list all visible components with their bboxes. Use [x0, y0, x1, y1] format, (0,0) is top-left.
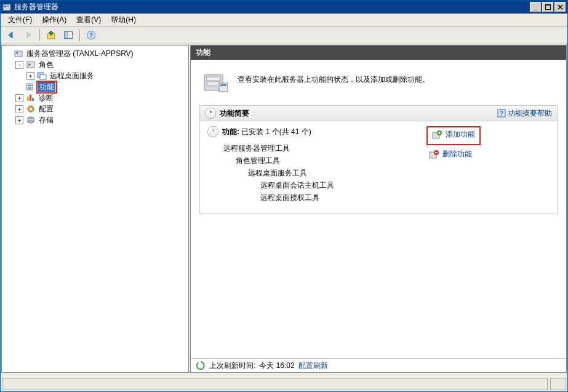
- svg-rect-13: [15, 51, 22, 57]
- svg-rect-19: [26, 84, 33, 90]
- separator: [79, 29, 80, 41]
- highlight-add-feature: 添加功能: [426, 126, 481, 145]
- svg-rect-23: [30, 95, 31, 101]
- tree-roles-label: 角色: [38, 59, 55, 71]
- highlight-features: 功能: [36, 81, 57, 94]
- minimize-button[interactable]: _: [530, 2, 542, 12]
- panel-collapse-button[interactable]: ˄: [205, 108, 216, 119]
- tree-diagnostics-label: 诊断: [38, 92, 55, 104]
- installed-features-list: 远程服务器管理工具 角色管理工具 远程桌面服务工具 远程桌面会话主机工具 远程桌…: [207, 142, 414, 204]
- server-manager-icon: [14, 49, 23, 58]
- features-hero-icon: [202, 70, 229, 94]
- svg-rect-24: [32, 98, 34, 101]
- tree-root[interactable]: 服务器管理器 (TANXL-APPSRV): [2, 48, 188, 59]
- expand-toggle[interactable]: +: [26, 72, 34, 80]
- svg-rect-14: [16, 52, 18, 54]
- collapse-toggle[interactable]: -: [15, 61, 23, 69]
- remove-feature-icon: [429, 150, 439, 159]
- statusbar: [1, 376, 567, 391]
- tree-features-label: 功能: [38, 82, 55, 92]
- tree-configuration[interactable]: + 配置: [13, 103, 188, 114]
- feature-item: 远程服务器管理工具: [223, 142, 414, 154]
- forward-button[interactable]: [20, 27, 36, 43]
- toolbar: ?: [1, 26, 567, 44]
- show-hide-tree-button[interactable]: [60, 27, 76, 43]
- tree-storage[interactable]: + 存储: [13, 114, 188, 126]
- tree-rds[interactable]: + 远程桌面服务: [24, 70, 188, 81]
- features-label: 功能:: [222, 127, 239, 136]
- svg-rect-0: [3, 4, 10, 10]
- statusbar-cell: [550, 378, 566, 390]
- statusbar-cell: [2, 378, 548, 390]
- back-button[interactable]: [3, 27, 19, 43]
- svg-rect-20: [28, 85, 31, 86]
- feature-item: 远程桌面授权工具: [223, 191, 414, 204]
- expand-toggle[interactable]: +: [15, 94, 23, 102]
- svg-point-29: [28, 121, 34, 123]
- svg-point-26: [30, 108, 32, 110]
- add-feature-link[interactable]: 添加功能: [446, 129, 475, 140]
- svg-rect-10: [65, 32, 67, 38]
- help-button[interactable]: ?: [83, 27, 99, 43]
- menu-view[interactable]: 查看(V): [71, 14, 106, 26]
- menubar: 文件(F) 操作(A) 查看(V) 帮助(H): [1, 14, 567, 26]
- panel-help-link[interactable]: 功能摘要帮助: [508, 109, 552, 118]
- svg-rect-34: [220, 84, 226, 86]
- storage-icon: [26, 115, 36, 125]
- svg-rect-18: [40, 74, 46, 79]
- svg-rect-31: [207, 77, 220, 81]
- configuration-icon: [26, 104, 36, 114]
- feature-item: 角色管理工具: [223, 154, 414, 167]
- main-header: 功能: [191, 46, 566, 60]
- section-collapse-button[interactable]: ˄: [207, 126, 218, 137]
- tree-configuration-label: 配置: [38, 103, 55, 115]
- panel-title: 功能简要: [220, 108, 249, 119]
- separator: [39, 29, 40, 41]
- svg-text:?: ?: [500, 110, 503, 117]
- feature-item: 远程桌面会话主机工具: [223, 179, 414, 191]
- features-count: 已安装 1 个(共 41 个): [241, 127, 311, 136]
- close-button[interactable]: [554, 2, 566, 12]
- svg-rect-1: [4, 6, 6, 7]
- tree-root-label: 服务器管理器 (TANXL-APPSRV): [25, 48, 135, 60]
- tree-roles[interactable]: - 角色: [13, 59, 188, 70]
- titlebar: 服务器管理器 _: [1, 1, 567, 14]
- main-pane: 功能 查看安装在此服务器上功能的状态，以及添加或删除功能。 ˄ 功能简要 ? 功…: [190, 45, 567, 373]
- app-icon: [2, 2, 12, 12]
- maximize-button[interactable]: [542, 2, 554, 12]
- svg-rect-22: [27, 97, 29, 101]
- expand-toggle[interactable]: +: [15, 105, 23, 113]
- menu-file[interactable]: 文件(F): [3, 14, 37, 26]
- svg-rect-2: [7, 6, 9, 7]
- svg-text:?: ?: [89, 32, 93, 39]
- features-summary-panel: ˄ 功能简要 ? 功能摘要帮助 ˄ 功能: 已安装 1 个(共 41 个): [199, 105, 558, 214]
- refresh-prefix: 上次刷新时间:: [209, 361, 255, 371]
- configure-refresh-link[interactable]: 配置刷新: [298, 361, 328, 371]
- menu-help[interactable]: 帮助(H): [106, 14, 141, 26]
- tree-diagnostics[interactable]: + 诊断: [13, 92, 188, 103]
- menu-action[interactable]: 操作(A): [37, 14, 71, 26]
- tree-storage-label: 存储: [38, 114, 55, 126]
- diagnostics-icon: [26, 93, 36, 103]
- tree-features[interactable]: 功能: [13, 81, 188, 92]
- svg-rect-32: [207, 82, 220, 86]
- refresh-status: 上次刷新时间: 今天 16:02 配置刷新: [191, 358, 566, 372]
- expand-toggle[interactable]: +: [15, 116, 23, 124]
- feature-item: 远程桌面服务工具: [223, 167, 414, 179]
- refresh-time: 今天 16:02: [259, 361, 294, 371]
- up-button[interactable]: [43, 27, 59, 43]
- tree-pane: 服务器管理器 (TANXL-APPSRV) - 角色 + 远程桌面服务: [1, 45, 189, 373]
- svg-rect-21: [28, 87, 31, 89]
- rds-icon: [37, 71, 47, 81]
- svg-point-16: [28, 63, 31, 66]
- roles-icon: [26, 60, 36, 70]
- add-feature-icon: [432, 130, 442, 140]
- window-title: 服务器管理器: [14, 2, 58, 12]
- remove-feature-link[interactable]: 删除功能: [442, 149, 472, 159]
- refresh-icon: [196, 361, 206, 370]
- features-icon: [25, 82, 34, 92]
- summary-text: 查看安装在此服务器上功能的状态，以及添加或删除功能。: [238, 70, 430, 85]
- help-icon: ?: [497, 109, 506, 118]
